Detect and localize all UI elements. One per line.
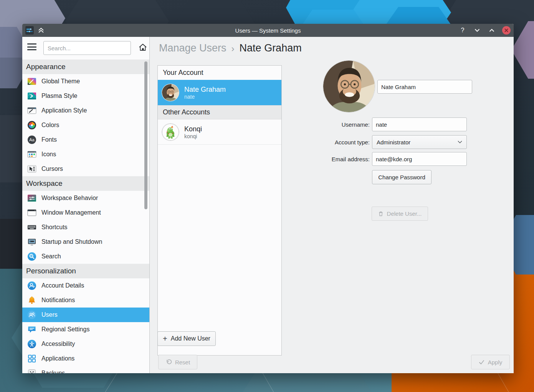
reset-button[interactable]: Reset xyxy=(158,355,197,369)
sidebar-item-plasma-style[interactable]: Plasma Style xyxy=(22,89,149,103)
page-title: Nate Graham xyxy=(240,42,302,54)
add-new-user-button[interactable]: + Add New User xyxy=(157,331,216,346)
close-button[interactable] xyxy=(502,26,511,35)
account-name: Konqi xyxy=(184,125,202,133)
sidebar-item-account-details[interactable]: Account Details xyxy=(22,278,149,293)
display-name-field[interactable] xyxy=(377,80,472,94)
accessibility-icon xyxy=(27,339,36,349)
search-icon xyxy=(27,252,36,261)
minimize-button[interactable] xyxy=(473,26,481,35)
sidebar-item-cursors[interactable]: Cursors xyxy=(22,162,149,176)
sidebar-item-search[interactable]: Search xyxy=(22,249,149,264)
backups-icon xyxy=(27,369,36,373)
colors-icon xyxy=(27,121,36,130)
titlebar[interactable]: Users — System Settings ? xyxy=(22,24,514,37)
sidebar: Appearance Global Theme xyxy=(22,37,150,373)
hamburger-menu-icon[interactable] xyxy=(27,43,36,52)
account-row-nate[interactable]: Nate Graham nate xyxy=(158,80,281,105)
sidebar-item-accessibility[interactable]: Accessibility xyxy=(22,337,149,351)
sidebar-item-shortcuts[interactable]: Shortcuts xyxy=(22,220,149,235)
account-name: Nate Graham xyxy=(184,85,226,94)
konqi-avatar xyxy=(162,123,179,141)
startup-shutdown-icon xyxy=(27,237,36,246)
trash-icon xyxy=(378,211,384,217)
sidebar-scrollbar[interactable] xyxy=(144,61,147,209)
sidebar-item-notifications[interactable]: Notifications xyxy=(22,293,149,308)
undo-icon xyxy=(165,359,172,365)
system-settings-window: Users — System Settings ? xyxy=(22,24,514,373)
regional-settings-icon xyxy=(27,325,36,334)
sidebar-item-workspace-behavior[interactable]: Workspace Behavior xyxy=(22,191,149,205)
sidebar-item-colors[interactable]: Colors xyxy=(22,118,149,132)
window-management-icon xyxy=(27,208,36,217)
chevron-down-icon xyxy=(458,141,462,144)
shortcuts-icon xyxy=(27,223,36,232)
sidebar-item-icons[interactable]: Icons xyxy=(22,147,149,162)
sidebar-item-fonts[interactable]: Aa Fonts xyxy=(22,132,149,147)
sidebar-list: Appearance Global Theme xyxy=(22,60,149,373)
sidebar-item-applications[interactable]: Applications xyxy=(22,351,149,366)
applications-icon xyxy=(27,354,36,363)
change-password-button[interactable]: Change Password xyxy=(372,170,431,184)
maximize-button[interactable] xyxy=(488,26,496,35)
breadcrumb: Manage Users › Nate Graham xyxy=(159,42,302,54)
accounts-list-panel: Your Account xyxy=(157,65,282,356)
plus-icon: + xyxy=(163,335,167,342)
help-button[interactable]: ? xyxy=(458,26,467,35)
sidebar-item-startup-shutdown[interactable]: Startup and Shutdown xyxy=(22,235,149,249)
icons-icon xyxy=(27,150,36,159)
search-input[interactable] xyxy=(43,41,131,55)
keep-above-icon[interactable] xyxy=(38,27,45,34)
email-field[interactable] xyxy=(372,152,467,166)
apply-button[interactable]: Apply xyxy=(471,355,510,369)
other-accounts-header: Other Accounts xyxy=(158,105,281,119)
sidebar-item-backups[interactable]: Backups xyxy=(22,366,149,373)
sidebar-section-appearance: Appearance xyxy=(22,60,149,74)
plasma-style-icon xyxy=(27,91,36,101)
username-field[interactable] xyxy=(372,117,467,131)
fonts-icon: Aa xyxy=(27,135,36,144)
workspace-behavior-icon xyxy=(27,194,36,203)
global-theme-icon xyxy=(27,77,36,86)
home-icon[interactable] xyxy=(138,42,148,52)
account-type-label: Account type: xyxy=(304,139,370,146)
close-icon xyxy=(504,28,509,33)
application-style-icon xyxy=(27,106,36,115)
email-label: Email address: xyxy=(304,156,370,162)
check-icon xyxy=(479,360,484,365)
sidebar-item-users[interactable]: Users xyxy=(22,308,149,322)
sidebar-item-application-style[interactable]: Application Style xyxy=(22,103,149,118)
account-details-icon xyxy=(27,281,36,290)
desktop: Users — System Settings ? xyxy=(0,0,534,392)
your-account-header: Your Account xyxy=(158,66,281,80)
account-row-konqi[interactable]: Konqi konqi xyxy=(158,119,281,145)
account-username: konqi xyxy=(184,133,202,139)
sidebar-item-regional-settings[interactable]: Regional Settings xyxy=(22,322,149,337)
sidebar-item-window-management[interactable]: Window Management xyxy=(22,205,149,220)
users-icon xyxy=(27,310,36,319)
breadcrumb-separator: › xyxy=(231,43,235,54)
system-settings-app-icon xyxy=(25,26,34,35)
notifications-icon xyxy=(27,296,36,305)
account-type-dropdown[interactable]: Administrator xyxy=(372,135,467,149)
user-photo-button[interactable] xyxy=(323,60,375,112)
cursors-icon xyxy=(27,164,36,174)
breadcrumb-manage-users[interactable]: Manage Users xyxy=(159,42,226,54)
nate-avatar xyxy=(162,84,179,101)
delete-user-button[interactable]: Delete User... xyxy=(372,207,428,221)
main-content: Manage Users › Nate Graham Your Account xyxy=(150,37,514,373)
username-label: Username: xyxy=(304,121,370,128)
account-username: nate xyxy=(184,94,226,100)
sidebar-section-personalization: Personalization xyxy=(22,264,149,278)
sidebar-item-global-theme[interactable]: Global Theme xyxy=(22,74,149,89)
window-title: Users — System Settings xyxy=(22,27,514,34)
sidebar-section-workspace: Workspace xyxy=(22,176,149,191)
svg-text:Aa: Aa xyxy=(29,137,35,142)
